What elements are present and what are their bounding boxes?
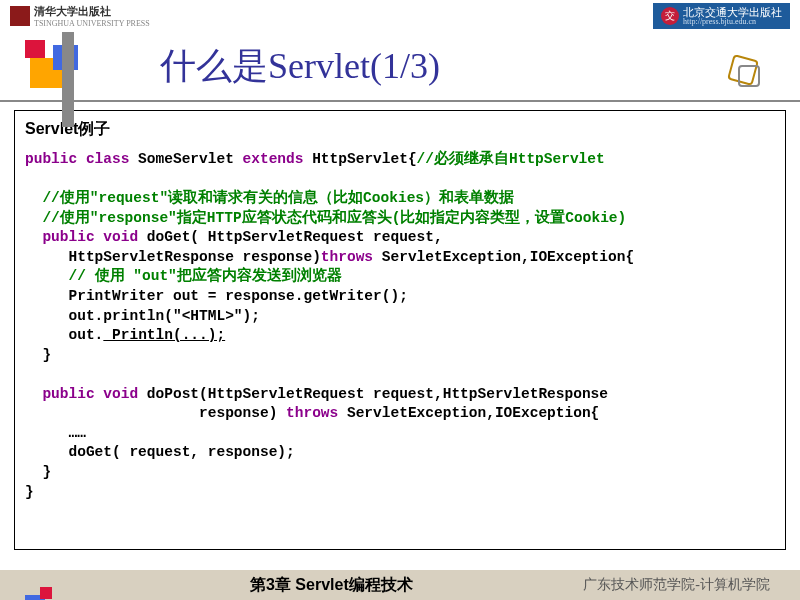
tsinghua-icon: [10, 6, 30, 26]
example-title: Servlet例子: [25, 119, 775, 140]
slide-title: 什么是Servlet(1/3): [160, 42, 440, 91]
tsinghua-cn: 清华大学出版社: [34, 4, 150, 19]
school-label: 广东技术师范学院-计算机学院: [583, 576, 770, 594]
code-example-box: Servlet例子 public class SomeServlet exten…: [14, 110, 786, 550]
header-bar: 清华大学出版社 TSINGHUA UNIVERSITY PRESS 交 北京交通…: [0, 0, 800, 32]
footer-bar: 第3章 Servlet编程技术 广东技术师范学院-计算机学院: [0, 570, 800, 600]
tsinghua-logo: 清华大学出版社 TSINGHUA UNIVERSITY PRESS: [10, 4, 150, 28]
bjtu-url: http://press.bjtu.edu.cn: [683, 18, 782, 27]
bjtu-logo: 交 北京交通大学出版社 http://press.bjtu.edu.cn: [653, 3, 790, 30]
chapter-label: 第3章 Servlet编程技术: [250, 575, 413, 596]
code-block: public class SomeServlet extends HttpSer…: [25, 150, 775, 502]
bjtu-cn: 北京交通大学出版社: [683, 6, 782, 18]
chain-link-icon: [730, 57, 760, 87]
title-bar: 什么是Servlet(1/3): [0, 32, 800, 102]
bjtu-icon: 交: [661, 7, 679, 25]
vertical-bar-decoration: [62, 32, 74, 127]
tsinghua-en: TSINGHUA UNIVERSITY PRESS: [34, 19, 150, 28]
